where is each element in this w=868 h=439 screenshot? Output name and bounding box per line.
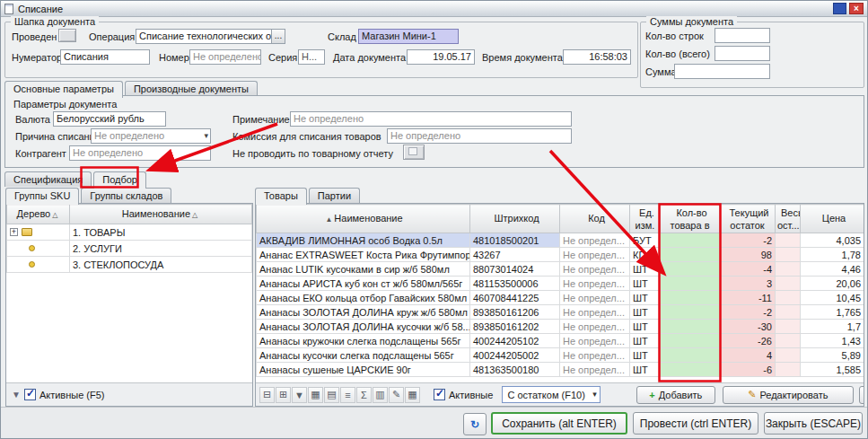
close-icon[interactable]: × xyxy=(849,3,864,14)
cell-qty[interactable] xyxy=(661,305,720,320)
cell-stock[interactable]: -26 xyxy=(720,334,776,348)
operation-picker-icon[interactable]: ... xyxy=(271,29,285,44)
print-icon[interactable]: ▥ xyxy=(373,387,388,403)
tab-warehouse-groups[interactable]: Группы складов xyxy=(81,188,171,203)
table-settings-icon[interactable]: ▦ xyxy=(405,387,420,403)
writeoff-reason-field[interactable]: Не определено xyxy=(91,128,211,144)
cell-qty[interactable] xyxy=(661,348,720,363)
tab-selection[interactable]: Подбор xyxy=(93,171,146,189)
group-name-cell[interactable]: 2. УСЛУГИ xyxy=(70,241,252,257)
paste-icon[interactable]: ⊞ xyxy=(276,387,291,403)
tab-goods[interactable]: Товары xyxy=(255,188,307,205)
copy-button[interactable]: К... xyxy=(859,386,864,404)
cell-barcode[interactable]: 893850161206 xyxy=(470,305,560,320)
tree-cell[interactable] xyxy=(7,241,70,257)
tree-column-header[interactable]: Наименование△ xyxy=(70,205,252,224)
goods-column-header[interactable]: ▲Наименование xyxy=(257,205,470,233)
add-button[interactable]: +Добавить xyxy=(636,386,715,404)
stock-filter-select[interactable]: С остатком (F10) xyxy=(502,386,600,403)
cell-name[interactable]: Ананасы кружочки слегка подслащены 565г xyxy=(257,334,470,348)
sum-field[interactable] xyxy=(674,64,770,79)
note-field[interactable]: Не определено xyxy=(290,111,572,127)
columns-icon[interactable]: ▦ xyxy=(308,387,323,403)
cell-code[interactable]: Не определ... xyxy=(560,363,630,377)
maximize-icon[interactable] xyxy=(833,3,846,14)
cell-price[interactable]: 1,585 xyxy=(801,363,864,377)
cell-rest[interactable] xyxy=(776,277,801,291)
cell-name[interactable]: Ананасы кусочки слегка подслащены 565г xyxy=(257,348,470,363)
goods-row[interactable]: Ананасы ЗОЛОТАЯ ДОЛИНА кусочки ж/б 58...… xyxy=(257,320,864,334)
doc-time-field[interactable]: 16:58:03 xyxy=(563,49,631,65)
cell-rest[interactable] xyxy=(776,320,801,334)
tab-specification[interactable]: Спецификация xyxy=(4,171,92,187)
goods-column-header[interactable]: Цена xyxy=(801,205,864,233)
tab-main-params[interactable]: Основные параметры xyxy=(4,81,123,98)
copy-icon[interactable]: ⊟ xyxy=(259,387,275,403)
cell-price[interactable]: 1,78 xyxy=(801,248,864,262)
goods-column-header[interactable]: Штрихкод xyxy=(470,205,560,233)
operation-field[interactable]: Списание технологических отхо... xyxy=(136,29,272,44)
close-button[interactable]: Закрыть (ESCAPE) xyxy=(764,412,863,435)
cell-unit[interactable]: ШТ xyxy=(630,334,661,348)
cell-unit[interactable]: ШТ xyxy=(630,305,661,320)
tree-row[interactable]: 3. СТЕКЛОПОСУДА xyxy=(7,257,252,273)
cell-unit[interactable]: ШТ xyxy=(630,348,661,363)
post-button[interactable]: Провести (ctrl ENTER) xyxy=(633,412,758,435)
cell-barcode[interactable]: 43267 xyxy=(470,248,560,262)
goods-row[interactable]: Ананас LUTIK кусочками в сир ж/б 580мл 8… xyxy=(257,262,864,277)
proveden-checkbox[interactable] xyxy=(58,29,76,42)
numerator-field[interactable]: Списания xyxy=(60,49,150,65)
goods-column-header[interactable]: Текущий остаток xyxy=(720,205,776,233)
cell-price[interactable]: 4,46 xyxy=(801,262,864,277)
goods-row[interactable]: Ананас EXTRASWEET Коста Рика Фрутимпорт … xyxy=(257,248,864,262)
contractor-field[interactable]: Не определено xyxy=(69,145,211,161)
sum-icon[interactable]: Σ xyxy=(356,387,372,403)
cell-stock[interactable]: 3 xyxy=(720,277,776,291)
cell-price[interactable]: 5,89 xyxy=(801,348,864,363)
cell-name[interactable]: Ананас LUTIK кусочками в сир ж/б 580мл xyxy=(257,262,470,277)
cell-qty[interactable] xyxy=(661,320,720,334)
cell-barcode[interactable]: 481018500201 xyxy=(470,233,560,248)
cell-name[interactable]: Ананасы ЕКО кольца отбор Гавайских 580мл xyxy=(257,291,470,305)
cell-rest[interactable] xyxy=(776,248,801,262)
row-count-field[interactable] xyxy=(715,28,770,43)
cell-barcode[interactable]: 88073014024 xyxy=(470,262,560,277)
cell-code[interactable]: Не определ... xyxy=(560,233,630,248)
cell-code[interactable]: Не определ... xyxy=(560,320,630,334)
cell-price[interactable]: 1,43 xyxy=(801,334,864,348)
cell-barcode[interactable]: 400244205002 xyxy=(470,348,560,363)
currency-field[interactable]: Белорусский рубль xyxy=(53,111,166,127)
cell-rest[interactable] xyxy=(776,305,801,320)
cell-price[interactable]: 10,45 xyxy=(801,291,864,305)
cell-price[interactable]: 20,06 xyxy=(801,277,864,291)
cell-code[interactable]: Не определ... xyxy=(560,262,630,277)
goods-column-header[interactable]: Весь ост... xyxy=(776,205,801,233)
cell-price[interactable]: 1,7 xyxy=(801,320,864,334)
list-icon[interactable]: ▤ xyxy=(324,387,339,403)
series-field[interactable]: Н... xyxy=(298,49,325,65)
number-field[interactable]: Не определено xyxy=(189,49,261,65)
cell-price[interactable]: 1,765 xyxy=(801,305,864,320)
cell-qty[interactable] xyxy=(661,277,720,291)
cell-unit[interactable]: ШТ xyxy=(630,320,661,334)
tab-sku-groups[interactable]: Группы SKU xyxy=(5,188,79,205)
cell-code[interactable]: Не определ... xyxy=(560,348,630,363)
goods-column-header[interactable]: Кол-во товара в xyxy=(661,205,720,233)
tree-cell[interactable] xyxy=(7,224,70,241)
titlebar[interactable]: Списание × xyxy=(1,1,867,17)
cell-unit[interactable]: ШТ xyxy=(630,262,661,277)
group-name-cell[interactable]: 3. СТЕКЛОПОСУДА xyxy=(70,257,252,273)
cell-stock[interactable]: -11 xyxy=(720,291,776,305)
cell-barcode[interactable]: 481153500006 xyxy=(470,277,560,291)
cell-unit[interactable]: БУТ xyxy=(630,233,661,248)
cell-rest[interactable] xyxy=(776,262,801,277)
total-qty-field[interactable] xyxy=(715,46,770,61)
cell-code[interactable]: Не определ... xyxy=(560,291,630,305)
doc-date-field[interactable]: 19.05.17 xyxy=(407,49,475,65)
cell-name[interactable]: Ананасы АРИСТА куб кон ст ж/б 580мл/565г xyxy=(257,277,470,291)
cell-stock[interactable]: -30 xyxy=(720,320,776,334)
cell-qty[interactable] xyxy=(661,363,720,377)
group-name-cell[interactable]: 1. ТОВАРЫ xyxy=(70,224,252,241)
cell-stock[interactable]: -2 xyxy=(720,233,776,248)
cell-barcode[interactable]: 893850161202 xyxy=(470,320,560,334)
